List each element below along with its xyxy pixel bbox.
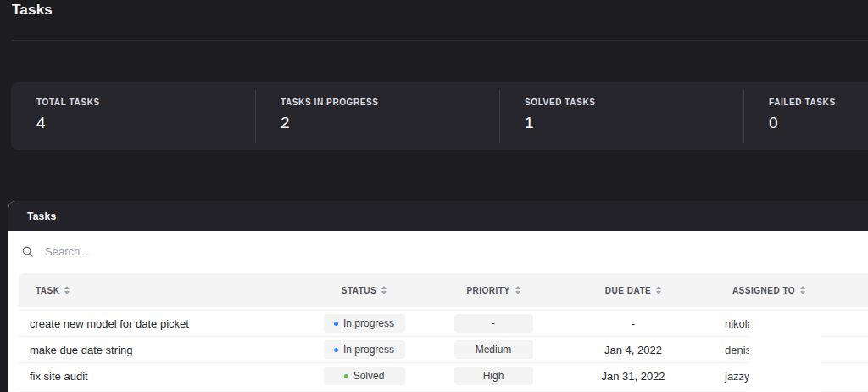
stat-label: FAILED TASKS bbox=[769, 98, 868, 107]
search-bar bbox=[8, 231, 868, 272]
header-divider bbox=[12, 40, 868, 41]
priority-badge: - bbox=[454, 314, 533, 333]
table-row[interactable] bbox=[19, 389, 868, 392]
sort-icon bbox=[64, 286, 70, 294]
status-label: Solved bbox=[353, 370, 385, 382]
status-dot-icon bbox=[334, 322, 338, 326]
column-header-status[interactable]: STATUS bbox=[307, 286, 421, 295]
tasks-dashboard: { "page": { "title": "Tasks" }, "stats":… bbox=[0, 0, 868, 392]
stat-value: 4 bbox=[36, 114, 255, 132]
search-input[interactable] bbox=[45, 245, 384, 258]
status-label: In progress bbox=[343, 344, 394, 356]
column-header-assigned-to[interactable]: ASSIGNED TO bbox=[701, 286, 837, 295]
table-row[interactable]: fix site audit Solved High Jan 31, 2022 … bbox=[19, 362, 868, 389]
stat-card-solved-tasks: SOLVED TASKS 1 bbox=[499, 82, 743, 150]
due-date-cell: - bbox=[565, 317, 701, 330]
table-row[interactable]: create new model for date picket In prog… bbox=[19, 310, 868, 336]
sort-icon bbox=[656, 286, 661, 294]
status-badge: In progress bbox=[324, 340, 405, 359]
status-cell: Solved bbox=[307, 367, 421, 385]
column-header-label: DUE DATE bbox=[605, 286, 651, 295]
column-header-task[interactable]: TASK bbox=[19, 286, 307, 295]
stat-card-tasks-in-progress: TASKS IN PROGRESS 2 bbox=[255, 82, 499, 150]
page-title: Tasks bbox=[12, 2, 53, 19]
priority-cell: Medium bbox=[421, 340, 565, 359]
tasks-panel: Tasks TASK STATUS PRIORITY DUE DATE bbox=[8, 201, 868, 392]
sort-icon bbox=[800, 286, 805, 294]
search-icon bbox=[21, 245, 34, 258]
column-header-label: TASK bbox=[36, 286, 59, 295]
status-badge: In progress bbox=[324, 314, 405, 333]
stats-bar: TOTAL TASKS 4 TASKS IN PROGRESS 2 SOLVED… bbox=[11, 82, 868, 150]
status-badge: Solved bbox=[324, 367, 405, 385]
stat-value: 0 bbox=[769, 114, 868, 132]
tasks-table: TASK STATUS PRIORITY DUE DATE ASSIGNED T… bbox=[19, 273, 868, 392]
priority-cell: High bbox=[421, 367, 565, 385]
stat-label: SOLVED TASKS bbox=[525, 98, 743, 107]
table-row[interactable]: make due date string In progress Medium … bbox=[19, 336, 868, 362]
status-cell: In progress bbox=[307, 340, 421, 359]
status-label: In progress bbox=[343, 317, 394, 329]
due-date-cell: Jan 4, 2022 bbox=[565, 344, 701, 356]
column-header-priority[interactable]: PRIORITY bbox=[421, 286, 565, 295]
status-dot-icon bbox=[334, 348, 338, 352]
column-header-label: ASSIGNED TO bbox=[732, 286, 795, 295]
stat-card-failed-tasks: FAILED TASKS 0 bbox=[743, 82, 868, 150]
priority-cell: - bbox=[421, 314, 565, 333]
status-dot-icon bbox=[344, 374, 348, 378]
task-cell: create new model for date picket bbox=[19, 317, 307, 330]
status-cell: In progress bbox=[307, 314, 421, 333]
tasks-panel-header: Tasks bbox=[8, 201, 868, 231]
panel-title: Tasks bbox=[27, 210, 56, 222]
due-date-cell: Jan 31, 2022 bbox=[565, 370, 701, 383]
stat-value: 2 bbox=[281, 114, 499, 132]
priority-badge: Medium bbox=[454, 340, 533, 359]
column-header-due-date[interactable]: DUE DATE bbox=[565, 286, 701, 295]
stat-value: 1 bbox=[525, 114, 743, 132]
stat-card-total-tasks: TOTAL TASKS 4 bbox=[11, 82, 255, 150]
priority-badge: High bbox=[454, 367, 533, 385]
sort-icon bbox=[381, 286, 387, 294]
column-header-label: PRIORITY bbox=[466, 286, 509, 295]
stat-label: TASKS IN PROGRESS bbox=[281, 98, 499, 107]
task-cell: make due date string bbox=[19, 344, 307, 356]
table-header-row: TASK STATUS PRIORITY DUE DATE ASSIGNED T… bbox=[19, 273, 868, 307]
redaction-overlay bbox=[749, 311, 821, 392]
table-body: create new model for date picket In prog… bbox=[19, 310, 868, 392]
stat-label: TOTAL TASKS bbox=[36, 98, 255, 107]
sort-icon bbox=[515, 286, 520, 294]
column-header-label: STATUS bbox=[342, 286, 377, 295]
task-cell: fix site audit bbox=[19, 370, 307, 383]
